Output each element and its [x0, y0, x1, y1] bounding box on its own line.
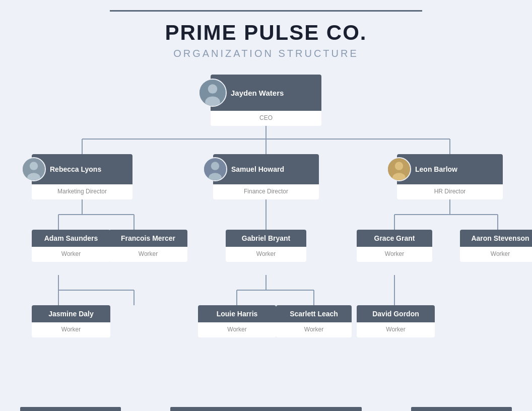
svg-point-24 — [208, 84, 218, 94]
svg-point-30 — [211, 162, 220, 170]
marketing-director-node: Rebecca Lyons Marketing Director — [32, 154, 132, 199]
adam-title: Worker — [32, 247, 110, 262]
gabriel-header: Gabriel Bryant — [226, 230, 306, 247]
finance-title: Finance Director — [213, 184, 319, 199]
bottom-bar-left — [20, 407, 121, 411]
finance-header: Samuel Howard — [213, 154, 319, 184]
aaron-title: Worker — [460, 247, 532, 262]
company-title: PRIME PULSE CO. — [165, 21, 367, 45]
hr-director-node: Leon Barlow HR Director — [397, 154, 503, 199]
ceo-header: Jayden Waters — [211, 75, 321, 111]
adam-node: Adam Saunders Worker — [32, 230, 110, 262]
hr-header: Leon Barlow — [397, 154, 503, 184]
david-title: Worker — [357, 322, 435, 337]
hr-avatar — [387, 157, 411, 181]
svg-point-27 — [30, 162, 38, 170]
finance-avatar — [203, 157, 227, 181]
bottom-bar-right — [411, 407, 512, 411]
jasmine-node: Jasmine Daly Worker — [32, 305, 110, 337]
bottom-bars — [0, 407, 532, 411]
gabriel-node: Gabriel Bryant Worker — [226, 230, 306, 262]
marketing-title: Marketing Director — [32, 184, 132, 199]
scarlett-header: Scarlett Leach — [276, 305, 352, 322]
aaron-header: Aaron Stevenson — [460, 230, 532, 247]
jasmine-header: Jasmine Daly — [32, 305, 110, 322]
gabriel-title: Worker — [226, 247, 306, 262]
grace-header: Grace Grant — [357, 230, 432, 247]
louie-title: Worker — [198, 322, 276, 337]
marketing-avatar — [22, 157, 46, 181]
francois-title: Worker — [109, 247, 187, 262]
grace-node: Grace Grant Worker — [357, 230, 432, 262]
ceo-avatar — [198, 79, 227, 107]
org-subtitle: ORGANIZATION STRUCTURE — [173, 48, 359, 59]
ceo-node: Jayden Waters CEO — [211, 75, 321, 126]
top-line — [110, 10, 422, 12]
louie-node: Louie Harris Worker — [198, 305, 276, 337]
scarlett-node: Scarlett Leach Worker — [276, 305, 352, 337]
francois-header: Francois Mercer — [109, 230, 187, 247]
ceo-title: CEO — [211, 111, 321, 126]
hr-title: HR Director — [397, 184, 503, 199]
org-chart: Jayden Waters CEO Rebecca Lyons Marketi — [24, 75, 508, 367]
david-node: David Gordon Worker — [357, 305, 435, 337]
hr-name: Leon Barlow — [415, 165, 457, 173]
jasmine-title: Worker — [32, 322, 110, 337]
aaron-node: Aaron Stevenson Worker — [460, 230, 532, 262]
marketing-header: Rebecca Lyons — [32, 154, 132, 184]
adam-header: Adam Saunders — [32, 230, 110, 247]
grace-title: Worker — [357, 247, 432, 262]
finance-director-node: Samuel Howard Finance Director — [213, 154, 319, 199]
svg-point-33 — [395, 162, 404, 170]
bottom-bar-center — [170, 407, 362, 411]
david-header: David Gordon — [357, 305, 435, 322]
scarlett-title: Worker — [276, 322, 352, 337]
marketing-name: Rebecca Lyons — [50, 165, 101, 173]
finance-name: Samuel Howard — [231, 165, 284, 173]
louie-header: Louie Harris — [198, 305, 276, 322]
ceo-name: Jayden Waters — [231, 89, 284, 97]
francois-node: Francois Mercer Worker — [109, 230, 187, 262]
page: PRIME PULSE CO. ORGANIZATION STRUCTURE — [0, 0, 532, 411]
